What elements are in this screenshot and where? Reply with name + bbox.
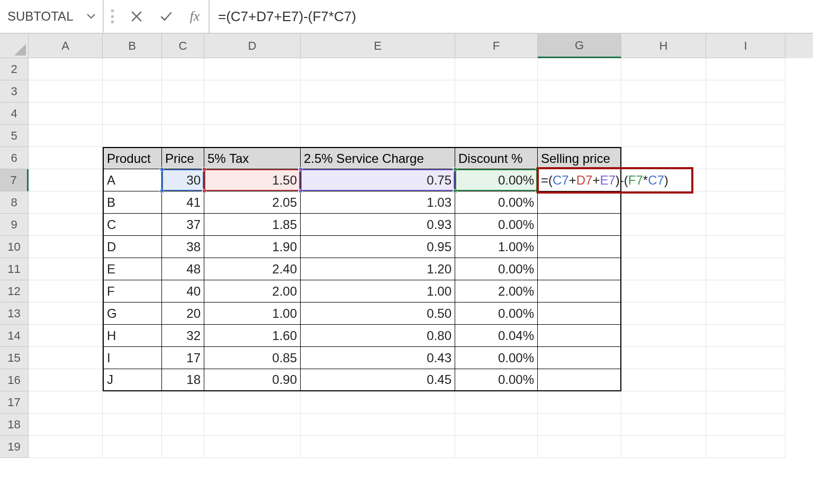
col-header-E[interactable]: E [301, 34, 455, 58]
cell[interactable] [301, 103, 455, 125]
table-row[interactable]: C [103, 214, 162, 236]
cell[interactable] [29, 303, 103, 325]
table-header-discount[interactable]: Discount % [455, 147, 538, 169]
cell[interactable] [706, 214, 785, 236]
table-row[interactable] [538, 347, 621, 369]
table-row[interactable]: E [103, 258, 162, 280]
table-row[interactable]: 0.80 [301, 325, 455, 347]
table-row[interactable]: 0.93 [301, 214, 455, 236]
row-header-2[interactable]: 2 [0, 58, 29, 80]
cell[interactable] [29, 436, 103, 458]
cell[interactable] [103, 80, 162, 103]
cell[interactable] [706, 325, 785, 347]
table-row[interactable]: 18 [162, 369, 204, 391]
cell[interactable] [103, 58, 162, 80]
table-row[interactable]: 0.45 [301, 369, 455, 391]
table-header-product[interactable]: Product [103, 147, 162, 169]
table-row[interactable]: 0.04% [455, 325, 538, 347]
cell[interactable] [706, 103, 785, 125]
table-header-selling[interactable]: Selling price [538, 147, 621, 169]
cell[interactable] [301, 414, 455, 436]
cell[interactable] [455, 391, 538, 414]
cancel-button[interactable] [122, 0, 151, 33]
cell[interactable] [621, 369, 706, 391]
table-row[interactable] [538, 303, 621, 325]
cell[interactable] [706, 414, 785, 436]
table-row[interactable]: 1.00 [301, 280, 455, 303]
table-row[interactable] [538, 214, 621, 236]
row-header-13[interactable]: 13 [0, 303, 29, 325]
col-header-H[interactable]: H [621, 34, 706, 58]
table-row[interactable] [538, 191, 621, 214]
table-row[interactable]: 0.43 [301, 347, 455, 369]
cell[interactable] [162, 58, 204, 80]
cell[interactable] [538, 58, 621, 80]
table-row[interactable] [538, 236, 621, 258]
table-row[interactable]: 0.00% [455, 214, 538, 236]
row-header-10[interactable]: 10 [0, 236, 29, 258]
cell[interactable] [621, 236, 706, 258]
cell[interactable] [29, 347, 103, 369]
col-header-A[interactable]: A [29, 34, 103, 58]
cell[interactable] [538, 80, 621, 103]
row-header-7[interactable]: 7 [0, 169, 29, 191]
name-box[interactable]: SUBTOTAL [0, 0, 104, 33]
cell[interactable] [621, 258, 706, 280]
table-row[interactable]: 0.00% [455, 191, 538, 214]
table-row[interactable]: 1.90 [204, 236, 301, 258]
table-row[interactable]: 17 [162, 347, 204, 369]
table-row[interactable]: 0.00% [455, 258, 538, 280]
cell[interactable] [29, 147, 103, 169]
table-row[interactable]: 48 [162, 258, 204, 280]
table-row[interactable]: 1.20 [301, 258, 455, 280]
cell[interactable] [706, 347, 785, 369]
cell[interactable] [538, 436, 621, 458]
row-header-5[interactable]: 5 [0, 125, 29, 147]
table-row[interactable]: I [103, 347, 162, 369]
cell[interactable] [621, 58, 706, 80]
cell[interactable] [29, 369, 103, 391]
cell[interactable] [103, 436, 162, 458]
cell[interactable] [29, 169, 103, 191]
table-row[interactable] [538, 369, 621, 391]
cell[interactable] [621, 147, 706, 169]
chevron-down-icon[interactable] [87, 14, 95, 19]
table-row[interactable]: 32 [162, 325, 204, 347]
col-header-D[interactable]: D [204, 34, 301, 58]
cell-F7[interactable]: 0.00% [455, 169, 538, 191]
col-header-F[interactable]: F [455, 34, 538, 58]
row-header-8[interactable]: 8 [0, 191, 29, 214]
row-header-12[interactable]: 12 [0, 280, 29, 303]
cell[interactable] [29, 80, 103, 103]
table-row[interactable]: G [103, 303, 162, 325]
cell[interactable] [455, 436, 538, 458]
cell[interactable] [621, 191, 706, 214]
table-row[interactable]: A [103, 169, 162, 191]
cell-D7[interactable]: 1.50 [204, 169, 301, 191]
row-header-11[interactable]: 11 [0, 258, 29, 280]
cell[interactable] [204, 80, 301, 103]
table-row[interactable]: 0.50 [301, 303, 455, 325]
table-row[interactable]: 1.60 [204, 325, 301, 347]
table-row[interactable]: 2.40 [204, 258, 301, 280]
col-header-G[interactable]: G [538, 34, 621, 58]
cell[interactable] [455, 103, 538, 125]
cell[interactable] [538, 391, 621, 414]
cell[interactable] [204, 391, 301, 414]
cell[interactable] [103, 125, 162, 147]
cell[interactable] [706, 125, 785, 147]
table-row[interactable]: 0.95 [301, 236, 455, 258]
cell[interactable] [538, 414, 621, 436]
row-header-18[interactable]: 18 [0, 414, 29, 436]
cell[interactable] [29, 191, 103, 214]
cell[interactable] [162, 391, 204, 414]
row-header-14[interactable]: 14 [0, 325, 29, 347]
table-header-service[interactable]: 2.5% Service Charge [301, 147, 455, 169]
spreadsheet-grid[interactable]: A B C D E F G H I 2 3 4 5 6 7 8 9 10 11 … [0, 34, 813, 458]
cell[interactable] [621, 80, 706, 103]
table-row[interactable] [538, 258, 621, 280]
table-row[interactable]: B [103, 191, 162, 214]
col-header-C[interactable]: C [162, 34, 204, 58]
cell[interactable] [29, 58, 103, 80]
cell[interactable] [204, 414, 301, 436]
